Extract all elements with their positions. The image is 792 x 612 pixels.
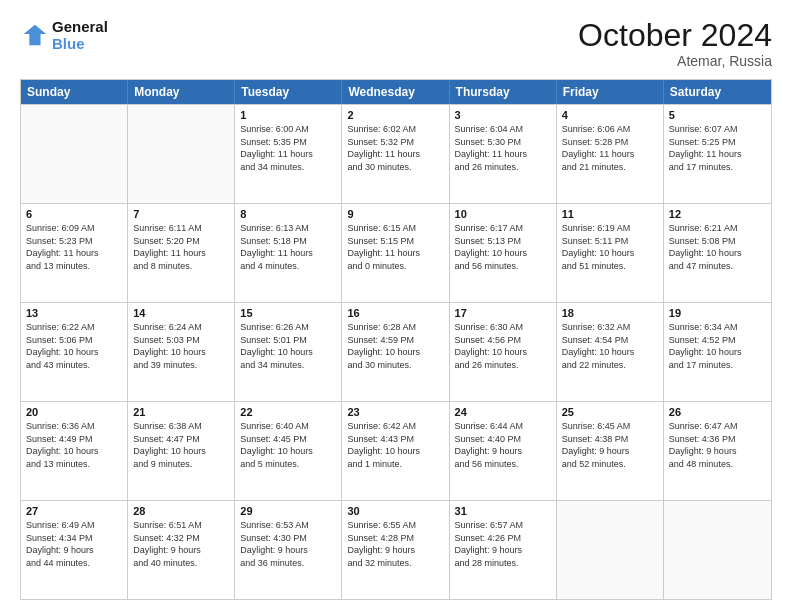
main-title: October 2024 <box>578 18 772 53</box>
cal-cell: 1Sunrise: 6:00 AMSunset: 5:35 PMDaylight… <box>235 105 342 203</box>
dow-friday: Friday <box>557 80 664 104</box>
day-number: 26 <box>669 406 766 418</box>
cell-info: Sunrise: 6:11 AMSunset: 5:20 PMDaylight:… <box>133 222 229 272</box>
cal-cell: 16Sunrise: 6:28 AMSunset: 4:59 PMDayligh… <box>342 303 449 401</box>
cal-row-2: 6Sunrise: 6:09 AMSunset: 5:23 PMDaylight… <box>21 203 771 302</box>
cell-info: Sunrise: 6:06 AMSunset: 5:28 PMDaylight:… <box>562 123 658 173</box>
cal-cell: 9Sunrise: 6:15 AMSunset: 5:15 PMDaylight… <box>342 204 449 302</box>
logo-icon <box>20 21 48 49</box>
cal-cell <box>128 105 235 203</box>
cal-cell: 2Sunrise: 6:02 AMSunset: 5:32 PMDaylight… <box>342 105 449 203</box>
day-number: 19 <box>669 307 766 319</box>
cell-info: Sunrise: 6:36 AMSunset: 4:49 PMDaylight:… <box>26 420 122 470</box>
cal-cell: 8Sunrise: 6:13 AMSunset: 5:18 PMDaylight… <box>235 204 342 302</box>
cal-row-4: 20Sunrise: 6:36 AMSunset: 4:49 PMDayligh… <box>21 401 771 500</box>
cell-info: Sunrise: 6:21 AMSunset: 5:08 PMDaylight:… <box>669 222 766 272</box>
cal-row-5: 27Sunrise: 6:49 AMSunset: 4:34 PMDayligh… <box>21 500 771 599</box>
cell-info: Sunrise: 6:53 AMSunset: 4:30 PMDaylight:… <box>240 519 336 569</box>
dow-sunday: Sunday <box>21 80 128 104</box>
cell-info: Sunrise: 6:34 AMSunset: 4:52 PMDaylight:… <box>669 321 766 371</box>
cal-cell: 4Sunrise: 6:06 AMSunset: 5:28 PMDaylight… <box>557 105 664 203</box>
cal-cell: 30Sunrise: 6:55 AMSunset: 4:28 PMDayligh… <box>342 501 449 599</box>
dow-thursday: Thursday <box>450 80 557 104</box>
cell-info: Sunrise: 6:55 AMSunset: 4:28 PMDaylight:… <box>347 519 443 569</box>
day-number: 17 <box>455 307 551 319</box>
cal-row-1: 1Sunrise: 6:00 AMSunset: 5:35 PMDaylight… <box>21 104 771 203</box>
title-area: October 2024 Atemar, Russia <box>578 18 772 69</box>
cal-cell: 7Sunrise: 6:11 AMSunset: 5:20 PMDaylight… <box>128 204 235 302</box>
svg-marker-0 <box>24 25 46 46</box>
subtitle: Atemar, Russia <box>578 53 772 69</box>
day-number: 18 <box>562 307 658 319</box>
calendar: Sunday Monday Tuesday Wednesday Thursday… <box>20 79 772 600</box>
cal-cell: 21Sunrise: 6:38 AMSunset: 4:47 PMDayligh… <box>128 402 235 500</box>
cal-cell: 25Sunrise: 6:45 AMSunset: 4:38 PMDayligh… <box>557 402 664 500</box>
cell-info: Sunrise: 6:19 AMSunset: 5:11 PMDaylight:… <box>562 222 658 272</box>
dow-monday: Monday <box>128 80 235 104</box>
cal-cell: 14Sunrise: 6:24 AMSunset: 5:03 PMDayligh… <box>128 303 235 401</box>
day-number: 2 <box>347 109 443 121</box>
cal-cell: 22Sunrise: 6:40 AMSunset: 4:45 PMDayligh… <box>235 402 342 500</box>
cell-info: Sunrise: 6:09 AMSunset: 5:23 PMDaylight:… <box>26 222 122 272</box>
cell-info: Sunrise: 6:44 AMSunset: 4:40 PMDaylight:… <box>455 420 551 470</box>
cal-cell: 15Sunrise: 6:26 AMSunset: 5:01 PMDayligh… <box>235 303 342 401</box>
cell-info: Sunrise: 6:28 AMSunset: 4:59 PMDaylight:… <box>347 321 443 371</box>
day-number: 23 <box>347 406 443 418</box>
cal-cell: 28Sunrise: 6:51 AMSunset: 4:32 PMDayligh… <box>128 501 235 599</box>
cell-info: Sunrise: 6:49 AMSunset: 4:34 PMDaylight:… <box>26 519 122 569</box>
day-number: 16 <box>347 307 443 319</box>
cell-info: Sunrise: 6:57 AMSunset: 4:26 PMDaylight:… <box>455 519 551 569</box>
cal-cell <box>557 501 664 599</box>
cell-info: Sunrise: 6:15 AMSunset: 5:15 PMDaylight:… <box>347 222 443 272</box>
day-number: 4 <box>562 109 658 121</box>
day-number: 31 <box>455 505 551 517</box>
cell-info: Sunrise: 6:22 AMSunset: 5:06 PMDaylight:… <box>26 321 122 371</box>
day-number: 30 <box>347 505 443 517</box>
day-number: 12 <box>669 208 766 220</box>
dow-wednesday: Wednesday <box>342 80 449 104</box>
day-number: 7 <box>133 208 229 220</box>
cal-cell: 19Sunrise: 6:34 AMSunset: 4:52 PMDayligh… <box>664 303 771 401</box>
cell-info: Sunrise: 6:47 AMSunset: 4:36 PMDaylight:… <box>669 420 766 470</box>
cell-info: Sunrise: 6:38 AMSunset: 4:47 PMDaylight:… <box>133 420 229 470</box>
cell-info: Sunrise: 6:26 AMSunset: 5:01 PMDaylight:… <box>240 321 336 371</box>
page: General Blue October 2024 Atemar, Russia… <box>0 0 792 612</box>
header: General Blue October 2024 Atemar, Russia <box>20 18 772 69</box>
cal-cell: 31Sunrise: 6:57 AMSunset: 4:26 PMDayligh… <box>450 501 557 599</box>
cal-cell: 18Sunrise: 6:32 AMSunset: 4:54 PMDayligh… <box>557 303 664 401</box>
cal-cell: 23Sunrise: 6:42 AMSunset: 4:43 PMDayligh… <box>342 402 449 500</box>
day-number: 10 <box>455 208 551 220</box>
day-number: 21 <box>133 406 229 418</box>
cal-cell: 20Sunrise: 6:36 AMSunset: 4:49 PMDayligh… <box>21 402 128 500</box>
cell-info: Sunrise: 6:51 AMSunset: 4:32 PMDaylight:… <box>133 519 229 569</box>
cal-cell: 6Sunrise: 6:09 AMSunset: 5:23 PMDaylight… <box>21 204 128 302</box>
cal-cell: 26Sunrise: 6:47 AMSunset: 4:36 PMDayligh… <box>664 402 771 500</box>
cell-info: Sunrise: 6:42 AMSunset: 4:43 PMDaylight:… <box>347 420 443 470</box>
day-number: 15 <box>240 307 336 319</box>
cell-info: Sunrise: 6:32 AMSunset: 4:54 PMDaylight:… <box>562 321 658 371</box>
cell-info: Sunrise: 6:13 AMSunset: 5:18 PMDaylight:… <box>240 222 336 272</box>
cal-cell <box>21 105 128 203</box>
day-number: 29 <box>240 505 336 517</box>
dow-saturday: Saturday <box>664 80 771 104</box>
cal-cell: 29Sunrise: 6:53 AMSunset: 4:30 PMDayligh… <box>235 501 342 599</box>
day-number: 13 <box>26 307 122 319</box>
day-number: 9 <box>347 208 443 220</box>
dow-tuesday: Tuesday <box>235 80 342 104</box>
cell-info: Sunrise: 6:17 AMSunset: 5:13 PMDaylight:… <box>455 222 551 272</box>
day-number: 24 <box>455 406 551 418</box>
cell-info: Sunrise: 6:07 AMSunset: 5:25 PMDaylight:… <box>669 123 766 173</box>
day-number: 11 <box>562 208 658 220</box>
logo-text: General Blue <box>52 18 108 52</box>
cell-info: Sunrise: 6:04 AMSunset: 5:30 PMDaylight:… <box>455 123 551 173</box>
day-number: 8 <box>240 208 336 220</box>
cell-info: Sunrise: 6:45 AMSunset: 4:38 PMDaylight:… <box>562 420 658 470</box>
cal-cell: 17Sunrise: 6:30 AMSunset: 4:56 PMDayligh… <box>450 303 557 401</box>
cal-cell: 10Sunrise: 6:17 AMSunset: 5:13 PMDayligh… <box>450 204 557 302</box>
cell-info: Sunrise: 6:02 AMSunset: 5:32 PMDaylight:… <box>347 123 443 173</box>
cal-cell <box>664 501 771 599</box>
day-number: 22 <box>240 406 336 418</box>
logo: General Blue <box>20 18 108 52</box>
cal-row-3: 13Sunrise: 6:22 AMSunset: 5:06 PMDayligh… <box>21 302 771 401</box>
cell-info: Sunrise: 6:40 AMSunset: 4:45 PMDaylight:… <box>240 420 336 470</box>
